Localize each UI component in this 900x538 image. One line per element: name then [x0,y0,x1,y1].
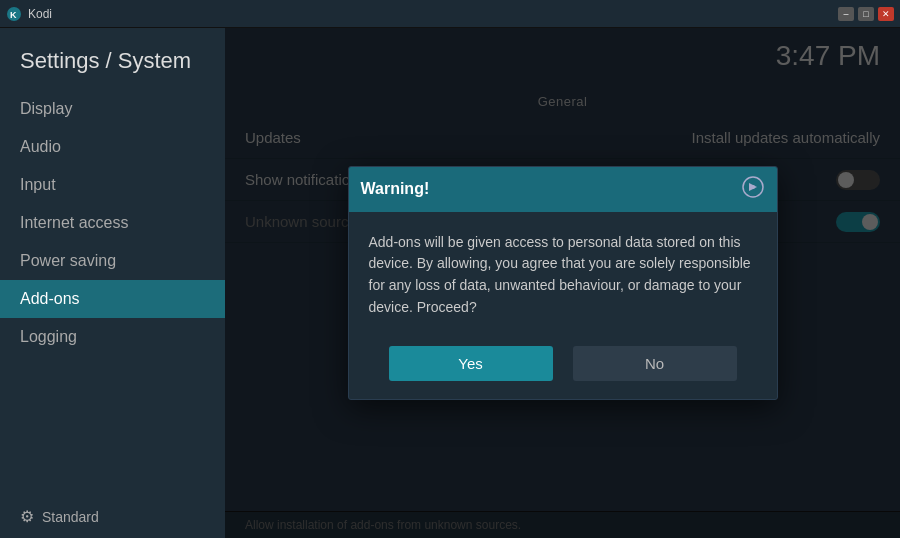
dialog-title: Warning! [361,180,430,198]
titlebar-controls: – □ ✕ [838,7,894,21]
dialog-buttons: Yes No [349,334,777,399]
titlebar: K Kodi – □ ✕ [0,0,900,28]
sidebar-item-label: Internet access [20,214,129,232]
dialog-titlebar: Warning! [349,167,777,212]
titlebar-title: Kodi [28,7,52,21]
sidebar-item-label: Add-ons [20,290,80,308]
svg-text:K: K [10,10,17,20]
maximize-button[interactable]: □ [858,7,874,21]
sidebar-item-label: Input [20,176,56,194]
close-button[interactable]: ✕ [878,7,894,21]
main-layout: Settings / System Display Audio Input In… [0,28,900,538]
sidebar: Settings / System Display Audio Input In… [0,28,225,538]
dialog-overlay: Warning! Add-ons will be given access to… [225,28,900,538]
dialog-kodi-icon [741,175,765,204]
sidebar-item-audio[interactable]: Audio [0,128,225,166]
minimize-button[interactable]: – [838,7,854,21]
dialog-message: Add-ons will be given access to personal… [369,232,757,319]
page-title: Settings / System [0,38,225,90]
kodi-logo-icon [741,175,765,199]
gear-icon: ⚙ [20,507,34,526]
sidebar-item-logging[interactable]: Logging [0,318,225,356]
warning-dialog: Warning! Add-ons will be given access to… [348,166,778,401]
titlebar-left: K Kodi [6,6,52,22]
kodi-icon: K [6,6,22,22]
sidebar-item-internet[interactable]: Internet access [0,204,225,242]
sidebar-footer-label: Standard [42,509,99,525]
sidebar-item-display[interactable]: Display [0,90,225,128]
dialog-body: Add-ons will be given access to personal… [349,212,777,335]
svg-point-3 [751,185,755,189]
sidebar-item-label: Audio [20,138,61,156]
sidebar-item-add-ons[interactable]: Add-ons [0,280,225,318]
sidebar-item-label: Logging [20,328,77,346]
dialog-no-button[interactable]: No [573,346,737,381]
sidebar-footer: ⚙ Standard [0,495,225,538]
sidebar-item-label: Display [20,100,72,118]
sidebar-item-power-saving[interactable]: Power saving [0,242,225,280]
dialog-yes-button[interactable]: Yes [389,346,553,381]
sidebar-item-label: Power saving [20,252,116,270]
content-area: 3:47 PM General Updates Install updates … [225,28,900,538]
sidebar-item-input[interactable]: Input [0,166,225,204]
